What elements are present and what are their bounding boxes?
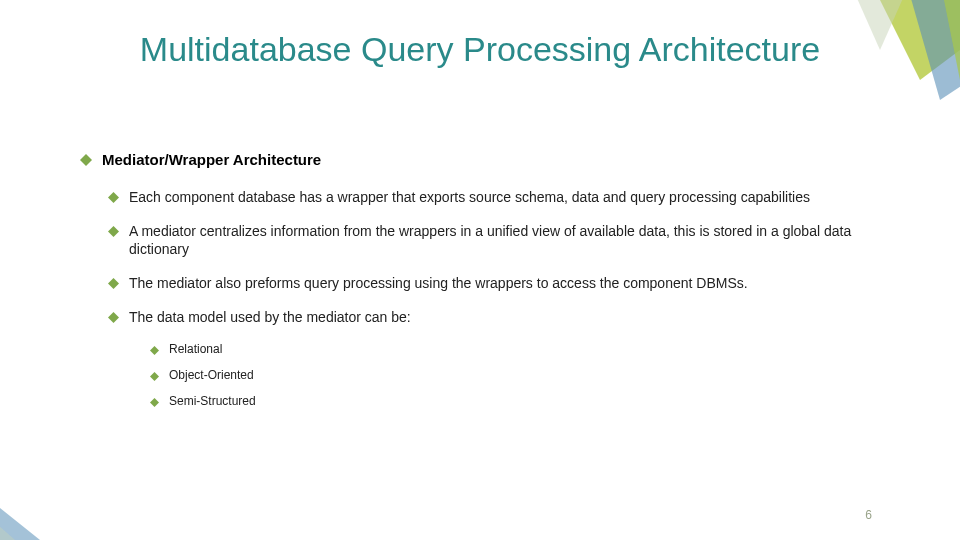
svg-marker-4 <box>0 460 40 540</box>
svg-marker-14 <box>150 398 159 407</box>
bullet-level-3: Object-Oriented <box>150 368 890 384</box>
bullet-text: Mediator/Wrapper Architecture <box>102 150 321 170</box>
bullet-text: The mediator also preforms query process… <box>129 274 748 292</box>
bullet-level-2: A mediator centralizes information from … <box>108 222 890 258</box>
svg-marker-6 <box>0 500 60 540</box>
decoration-bottom-left <box>0 400 160 540</box>
svg-marker-5 <box>0 520 10 540</box>
bullet-level-1: Mediator/Wrapper Architecture <box>80 150 890 170</box>
diamond-arrow-icon <box>150 346 159 355</box>
bullet-text: Object-Oriented <box>169 368 254 384</box>
page-number: 6 <box>865 508 872 522</box>
diamond-arrow-icon <box>150 372 159 381</box>
diamond-arrow-icon <box>108 312 119 323</box>
diamond-arrow-icon <box>108 278 119 289</box>
slide: Multidatabase Query Processing Architect… <box>0 0 960 540</box>
svg-marker-9 <box>108 226 119 237</box>
bullet-level-3: Semi-Structured <box>150 394 890 410</box>
svg-marker-8 <box>108 192 119 203</box>
diamond-arrow-icon <box>150 398 159 407</box>
bullet-level-2: The data model used by the mediator can … <box>108 308 890 326</box>
svg-marker-11 <box>108 312 119 323</box>
svg-marker-13 <box>150 372 159 381</box>
bullet-text: A mediator centralizes information from … <box>129 222 890 258</box>
svg-marker-10 <box>108 278 119 289</box>
diamond-arrow-icon <box>108 192 119 203</box>
bullet-text: The data model used by the mediator can … <box>129 308 411 326</box>
bullet-text: Relational <box>169 342 222 358</box>
diamond-arrow-icon <box>80 154 92 166</box>
bullet-level-3: Relational <box>150 342 890 358</box>
slide-title: Multidatabase Query Processing Architect… <box>0 30 960 69</box>
bullet-text: Each component database has a wrapper th… <box>129 188 810 206</box>
bullet-level-2: Each component database has a wrapper th… <box>108 188 890 206</box>
diamond-arrow-icon <box>108 226 119 237</box>
decoration-top-right <box>740 0 960 140</box>
svg-marker-7 <box>80 154 92 166</box>
bullet-level-2: The mediator also preforms query process… <box>108 274 890 292</box>
svg-marker-12 <box>150 346 159 355</box>
bullet-text: Semi-Structured <box>169 394 256 410</box>
slide-content: Mediator/Wrapper Architecture Each compo… <box>80 150 890 419</box>
